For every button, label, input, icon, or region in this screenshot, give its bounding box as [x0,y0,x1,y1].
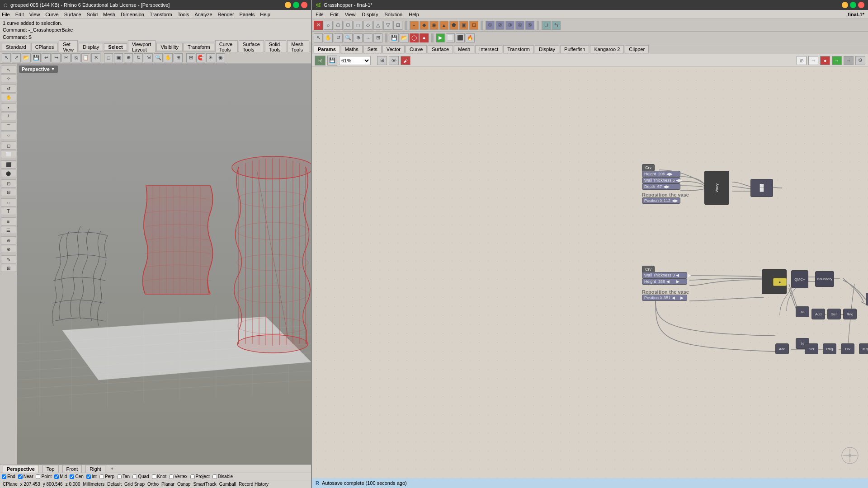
gh-arrow-icon[interactable]: → [808,56,818,65]
smarttrack-info[interactable]: SmartTrack [193,482,216,487]
gh-menu-edit[interactable]: Edit [330,12,339,17]
tb-scale-icon[interactable]: ⇲ [144,53,153,62]
tb-cut-icon[interactable]: ✂ [61,53,71,62]
yellow-node[interactable]: ● [773,278,787,286]
ortho-info[interactable]: Ortho [147,482,159,487]
gh-menu-view[interactable]: View [345,12,356,17]
gh-util2-icon[interactable]: ⇆ [552,21,561,30]
drag-tool[interactable]: ⊹ [1,74,16,82]
gh-visibility-icon[interactable]: 👁 [389,56,399,65]
box-tool[interactable]: ⬛ [1,160,16,169]
point-tool[interactable]: • [1,103,16,112]
tb-pan-icon[interactable]: ✋ [164,53,173,62]
gh-comp-icon[interactable]: ⊞ [373,33,382,42]
tab-surface-tools[interactable]: Surface Tools [239,40,264,54]
viewport-perspective-label[interactable]: Perspective ▼ [19,66,58,73]
menu-curve[interactable]: Curve [45,12,58,17]
wavy-main-node-top[interactable]: Wavy [704,171,729,205]
gh-hex-icon[interactable]: ⬡ [344,21,353,30]
gh-preview3-icon[interactable]: ⬛ [456,33,465,42]
range-node[interactable]: Rng [843,309,857,319]
rhino-viewport[interactable]: Perspective ▼ [17,64,311,465]
record-history-info[interactable]: Record History [239,482,269,487]
gh-prim3-icon[interactable]: ◉ [429,21,439,30]
gridsnap-info[interactable]: Grid Snap [124,482,145,487]
gh-move-icon[interactable]: ✋ [324,33,333,42]
menu-view[interactable]: View [29,12,40,17]
line-tool[interactable]: / [1,112,16,120]
gh-input1-icon[interactable]: ① [486,21,495,30]
tab-visibility[interactable]: Visibility [156,43,183,51]
bottom-node-2[interactable]: Ser [805,343,818,354]
positionx-slider-top[interactable]: Position X 112 ◀▶ [642,197,680,204]
right-node-1a[interactable]: Srf [866,293,868,305]
gh-input5-icon[interactable]: ⑤ [525,21,534,30]
gh-tab-sets[interactable]: Sets [363,45,382,53]
gh-pentagon-icon[interactable]: ⬠ [334,21,343,30]
gh-menu-file[interactable]: File [316,12,324,17]
osnap-mid[interactable]: Mid [54,474,67,479]
tb-cursor2-icon[interactable]: ↗ [12,53,21,62]
tb-box2-icon[interactable]: ▣ [114,53,123,62]
gumball-tool[interactable]: ⊗ [1,245,16,253]
depth-slider-top[interactable]: Depth 67 ◀▶ [642,183,680,190]
osnap-disable[interactable]: Disable [212,474,233,479]
wallthickness-slider-top[interactable]: Wall Thickness 5 ◀▶ [642,177,680,183]
gh-tab-maths[interactable]: Maths [341,45,363,53]
rhino-maximize-btn[interactable] [293,2,299,8]
gh-tab-curve[interactable]: Curve [406,45,427,53]
mesh-tool[interactable]: ⊡ [1,179,16,188]
menu-mesh[interactable]: Mesh [103,12,115,17]
gh-zoom2-icon[interactable]: 🔍 [344,33,353,42]
gh-erase-icon[interactable]: ⎚ [797,56,807,65]
gh-input2-icon[interactable]: ② [495,21,505,30]
menu-file[interactable]: File [2,12,10,17]
gh-menu-display[interactable]: Display [362,12,378,17]
osnap-end[interactable]: End [2,474,15,479]
gh-redball-icon[interactable]: ● [820,56,830,65]
bottom-node-5[interactable]: Mrg [859,343,868,354]
gh-red-dot-icon[interactable]: ● [420,33,429,42]
tb-render-icon[interactable]: ◉ [216,53,225,62]
tab-curve-tools[interactable]: Curve Tools [215,40,238,54]
vptab-right[interactable]: Right [85,465,105,473]
bottom-node-3[interactable]: Rng [823,343,836,354]
tb-open-icon[interactable]: 📂 [22,53,31,62]
gh-diamond-icon[interactable]: ◇ [363,21,373,30]
tab-transform[interactable]: Transform [184,43,214,51]
vptab-perspective[interactable]: Perspective [3,465,39,473]
tb-light-icon[interactable]: ☀ [206,53,215,62]
tab-solid-tools[interactable]: Solid Tools [265,40,286,54]
gh-greenarrow-icon[interactable]: → [832,56,842,65]
gh-tab-kangaroo[interactable]: Kangaroo 2 [590,45,624,53]
menu-transform[interactable]: Transform [150,12,172,17]
tb-zoom-icon[interactable]: 🔍 [154,53,163,62]
tb-grid-icon[interactable]: ⊞ [186,53,195,62]
gh-circle-icon[interactable]: ○ [324,21,333,30]
boundary-node[interactable]: Boundary [815,271,834,287]
gh-connect-icon[interactable]: → [363,33,373,42]
osnap-knot[interactable]: Knot [152,474,167,479]
gh-zoom-select[interactable]: 61% 100% 75% 50% [339,56,371,65]
add-node-1[interactable]: Add [811,309,825,319]
gh-tab-intersect[interactable]: Intersect [475,45,502,53]
tb-redo-icon[interactable]: ↪ [52,53,61,62]
gh-tab-pufferfish[interactable]: Pufferfish [560,45,589,53]
snap-tool[interactable]: ⊞ [1,264,16,272]
analysis-tool[interactable]: ≡ [1,217,16,225]
menu-tools[interactable]: Tools [178,12,189,17]
gh-prim7-icon[interactable]: ⊡ [469,21,478,30]
planar-info[interactable]: Planar [161,482,175,487]
gh-prim6-icon[interactable]: ▣ [459,21,468,30]
gh-input3-icon[interactable]: ③ [505,21,514,30]
add-node-2[interactable]: Ser [827,309,841,319]
gh-close-btn[interactable] [858,2,864,8]
gh-tab-transform[interactable]: Transform [503,45,534,53]
osnap-project[interactable]: Project [190,474,210,479]
qmc-node[interactable]: QMC+ [791,270,808,288]
rhino-close-btn[interactable] [301,2,307,8]
sphere-tool[interactable]: ⬤ [1,169,16,177]
tb-rotate-icon[interactable]: ↻ [134,53,143,62]
n-node[interactable]: N [796,306,809,317]
gh-tab-params[interactable]: Params [314,45,340,53]
